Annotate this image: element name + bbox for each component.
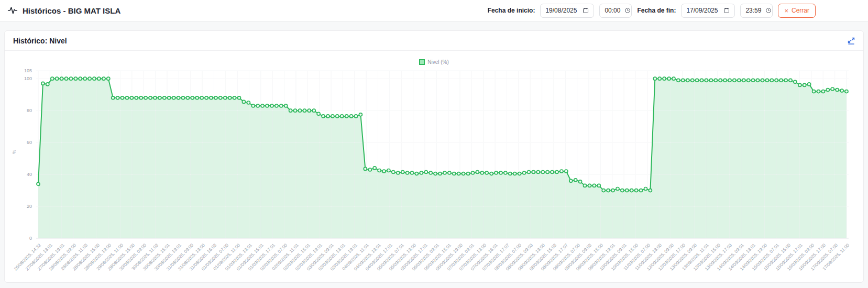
data-point-marker — [191, 96, 194, 99]
data-point-marker — [621, 189, 624, 192]
end-time-input[interactable]: 23:59 — [740, 4, 773, 18]
end-date-input[interactable]: 17/09/2025 — [681, 4, 735, 18]
data-point-marker — [686, 79, 689, 82]
start-date-input[interactable]: 19/08/2025 — [540, 4, 594, 18]
top-bar: Históricos - BIG MAT ISLA Fecha de inici… — [0, 0, 868, 21]
data-point-marker — [88, 77, 91, 80]
data-point-marker — [387, 169, 390, 172]
data-point-marker — [490, 172, 493, 175]
expand-chart-button[interactable] — [848, 37, 855, 45]
data-point-marker — [709, 79, 712, 82]
data-point-marker — [256, 104, 259, 107]
data-point-marker — [41, 82, 45, 85]
data-point-marker — [102, 77, 105, 80]
data-point-marker — [705, 79, 708, 82]
data-point-marker — [163, 96, 166, 99]
data-point-marker — [303, 109, 306, 112]
chart-legend[interactable]: Nivel (%) — [5, 58, 863, 65]
panel-header: Histórico: Nivel — [5, 31, 863, 51]
data-point-marker — [794, 80, 797, 83]
end-date-value: 17/09/2025 — [686, 7, 718, 14]
data-point-marker — [275, 104, 278, 107]
data-point-marker — [453, 172, 456, 175]
data-point-marker — [663, 77, 666, 80]
data-point-marker — [69, 77, 72, 80]
data-point-marker — [392, 171, 395, 174]
clock-icon[interactable] — [765, 7, 772, 14]
data-point-marker — [364, 167, 367, 170]
data-point-marker — [630, 189, 633, 192]
data-point-marker — [611, 189, 614, 192]
data-point-marker — [406, 171, 409, 174]
data-point-marker — [172, 96, 175, 99]
calendar-icon[interactable] — [583, 7, 589, 14]
data-point-marker — [775, 79, 778, 82]
data-point-marker — [195, 96, 199, 99]
data-point-marker — [840, 89, 843, 92]
data-point-marker — [107, 77, 110, 80]
data-point-marker — [812, 90, 816, 93]
data-point-marker — [569, 179, 573, 182]
data-point-marker — [597, 184, 600, 187]
data-point-marker — [317, 112, 320, 115]
data-point-marker — [355, 115, 358, 118]
data-point-marker — [733, 79, 736, 82]
data-point-marker — [747, 79, 750, 82]
data-point-marker — [588, 184, 591, 187]
data-point-marker — [635, 189, 638, 192]
data-point-marker — [378, 169, 381, 172]
data-point-marker — [299, 109, 302, 112]
data-point-marker — [560, 170, 563, 173]
data-point-marker — [424, 171, 427, 174]
data-point-marker — [139, 96, 142, 99]
data-point-marker — [224, 96, 227, 99]
data-point-marker — [845, 90, 848, 93]
data-point-marker — [247, 101, 250, 104]
close-button[interactable]: × Cerrar — [778, 4, 816, 18]
nivel-line-chart — [36, 71, 849, 238]
data-point-marker — [691, 79, 694, 82]
historico-panel: Histórico: Nivel Nivel (%) % 02040608010… — [4, 30, 864, 283]
start-date-value: 19/08/2025 — [545, 7, 577, 14]
y-tick-label: 40 — [27, 172, 32, 177]
data-point-marker — [817, 90, 820, 93]
calendar-icon[interactable] — [723, 7, 730, 14]
data-point-marker — [46, 83, 49, 86]
data-point-marker — [602, 189, 605, 192]
data-point-marker — [186, 96, 189, 99]
data-point-marker — [214, 96, 217, 99]
data-point-marker — [261, 104, 264, 107]
data-point-marker — [658, 77, 661, 80]
plot-area: 020406080100105 — [36, 71, 849, 238]
data-point-marker — [826, 88, 829, 92]
y-tick-label: 20 — [27, 204, 32, 209]
data-point-marker — [546, 171, 549, 174]
data-point-marker — [480, 171, 484, 174]
data-point-marker — [443, 171, 446, 174]
data-point-marker — [97, 77, 101, 80]
data-point-marker — [144, 96, 147, 99]
y-tick-label: 80 — [27, 108, 32, 113]
data-point-marker — [266, 104, 269, 107]
data-point-marker — [153, 96, 157, 99]
data-point-marker — [177, 96, 180, 99]
data-point-marker — [420, 171, 423, 174]
data-point-marker — [667, 77, 671, 80]
data-point-marker — [798, 83, 801, 86]
legend-label: Nivel (%) — [427, 59, 449, 65]
data-point-marker — [607, 189, 610, 192]
start-time-value: 00:00 — [605, 7, 620, 14]
start-time-input[interactable]: 00:00 — [599, 4, 632, 18]
data-point-marker — [714, 79, 717, 82]
data-point-marker — [831, 87, 834, 91]
data-point-marker — [74, 77, 77, 80]
data-point-marker — [555, 171, 558, 174]
data-point-marker — [574, 179, 577, 182]
data-point-marker — [532, 171, 535, 174]
data-point-marker — [528, 171, 531, 174]
data-point-marker — [65, 77, 68, 80]
clock-icon[interactable] — [624, 7, 631, 14]
data-point-marker — [233, 96, 236, 99]
data-point-marker — [625, 189, 629, 192]
data-point-marker — [51, 77, 54, 80]
